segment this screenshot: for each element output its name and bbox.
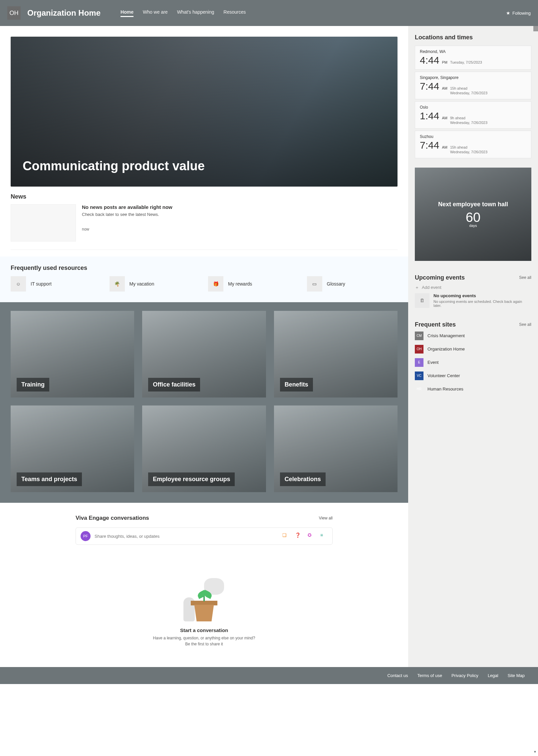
location-card-singapore[interactable]: Singapore, Singapore 7:44 AM 15h ahead W…	[415, 72, 531, 99]
tile-benefits[interactable]: Benefits	[274, 311, 398, 397]
viva-compose-box[interactable]: PF ❏ ❓ ✪ ≡	[76, 527, 333, 545]
site-badge: E	[415, 358, 423, 367]
resource-label: IT support	[31, 281, 52, 287]
tile-training[interactable]: Training	[11, 311, 134, 397]
tile-employee-resource-groups[interactable]: Employee resource groups	[142, 405, 266, 492]
tile-label: Employee resource groups	[148, 472, 235, 486]
location-ahead: 15h ahead	[450, 145, 467, 149]
townhall-title: Next employee town hall	[438, 201, 508, 208]
news-thumbnail-placeholder	[11, 204, 76, 242]
upcoming-see-all[interactable]: See all	[519, 275, 531, 280]
poll-icon[interactable]: ≡	[320, 532, 328, 540]
nav-whats-happening[interactable]: What's happening	[177, 9, 214, 17]
location-city: Redmond, WA	[420, 49, 526, 54]
townhall-count: 60	[466, 210, 481, 225]
location-ampm: AM	[442, 116, 447, 120]
site-crisis-management[interactable]: CM Crisis Management	[415, 332, 531, 340]
tile-label: Office facilities	[148, 378, 200, 391]
viva-compose-input[interactable]	[95, 534, 278, 539]
location-ahead: 15h ahead	[450, 86, 467, 90]
person-icon: ☺	[11, 276, 26, 292]
site-label: Volunteer Center	[427, 373, 460, 378]
location-ahead: 9h ahead	[450, 116, 465, 120]
site-label: Human Resources	[427, 386, 463, 391]
user-avatar: PF	[81, 531, 91, 541]
footer-privacy[interactable]: Privacy Policy	[451, 673, 478, 678]
nav-who-we-are[interactable]: Who we are	[143, 9, 168, 17]
resource-label: My vacation	[130, 281, 154, 287]
location-city: Singapore, Singapore	[420, 75, 526, 80]
praise-icon[interactable]: ✪	[308, 532, 315, 540]
viva-empty-sub2: Be the first to share it	[185, 642, 223, 646]
category-tiles-section: Training Office facilities Benefits Team…	[0, 302, 408, 503]
news-empty-title: No news posts are available right now	[82, 204, 172, 210]
site-human-resources[interactable]: HR Human Resources	[415, 385, 531, 393]
resource-it-support[interactable]: ☺ IT support	[11, 276, 102, 292]
townhall-countdown[interactable]: Next employee town hall 60 days	[415, 168, 531, 261]
upcoming-empty-sub: No upcoming events are scheduled. Check …	[433, 300, 523, 308]
tile-label: Teams and projects	[17, 472, 82, 486]
frequent-resources-section: Frequently used resources ☺ IT support 🌴…	[0, 257, 408, 302]
tile-teams-projects[interactable]: Teams and projects	[11, 405, 134, 492]
viva-engage-section: Viva Engage conversations View all PF ❏ …	[68, 515, 341, 647]
frequent-resources-heading: Frequently used resources	[11, 265, 398, 272]
main-column: Communicating product value News No news…	[0, 26, 408, 667]
question-icon[interactable]: ❓	[295, 532, 302, 540]
resource-glossary[interactable]: ▭ Glossary	[307, 276, 398, 292]
calendar-icon: 🗓	[415, 293, 429, 308]
palm-icon: 🌴	[110, 276, 125, 292]
location-date: Tuesday, 7/25/2023	[450, 60, 482, 65]
resource-my-vacation[interactable]: 🌴 My vacation	[110, 276, 200, 292]
site-organization-home[interactable]: OH Organization Home	[415, 345, 531, 354]
tile-label: Benefits	[280, 378, 313, 391]
resource-label: My rewards	[228, 281, 252, 287]
tile-celebrations[interactable]: Celebrations	[274, 405, 398, 492]
news-timestamp: now	[82, 227, 172, 232]
viva-empty-sub1: Have a learning, question, or anything e…	[153, 636, 255, 640]
site-badge: CM	[415, 332, 423, 340]
site-volunteer-center[interactable]: VC Volunteer Center	[415, 372, 531, 380]
add-event-label: Add event	[422, 285, 441, 290]
add-event-button[interactable]: ＋ Add event	[415, 285, 531, 291]
news-section: News No news posts are available right n…	[0, 187, 408, 257]
footer-sitemap[interactable]: Site Map	[508, 673, 525, 678]
site-label: Organization Home	[427, 347, 465, 352]
footer: Contact us Terms of use Privacy Policy L…	[0, 667, 538, 684]
star-icon: ★	[506, 10, 510, 16]
top-nav: Home Who we are What's happening Resourc…	[121, 9, 246, 17]
nav-resources[interactable]: Resources	[223, 9, 246, 17]
resource-label: Glossary	[327, 281, 345, 287]
location-card-suzhou[interactable]: Suzhou 7:44 AM 15h ahead Wednesday, 7/26…	[415, 131, 531, 158]
hero-title: Communicating product value	[23, 159, 205, 173]
upcoming-heading: Upcoming events	[415, 274, 465, 281]
news-empty-sub: Check back later to see the latest News.	[82, 212, 172, 217]
footer-terms[interactable]: Terms of use	[417, 673, 442, 678]
tile-label: Celebrations	[280, 472, 326, 486]
location-card-oslo[interactable]: Oslo 1:44 AM 9h ahead Wednesday, 7/26/20…	[415, 101, 531, 129]
viva-view-all[interactable]: View all	[319, 516, 333, 520]
viva-empty-title: Start a conversation	[76, 627, 333, 633]
following-button[interactable]: ★ Following	[506, 10, 531, 16]
site-badge: VC	[415, 372, 423, 380]
location-card-redmond[interactable]: Redmond, WA 4:44 PM Tuesday, 7/25/2023	[415, 46, 531, 70]
following-label: Following	[512, 11, 531, 16]
plant-illustration	[181, 578, 227, 621]
nav-home[interactable]: Home	[121, 9, 134, 17]
viva-empty-state: Start a conversation Have a learning, qu…	[76, 578, 333, 647]
frequent-sites-see-all[interactable]: See all	[519, 322, 531, 327]
resource-my-rewards[interactable]: 🎁 My rewards	[208, 276, 299, 292]
site-badge: OH	[415, 345, 423, 354]
hero-banner[interactable]: Communicating product value	[11, 37, 398, 187]
location-time: 7:44	[420, 140, 439, 151]
footer-contact[interactable]: Contact us	[387, 673, 408, 678]
footer-legal[interactable]: Legal	[488, 673, 498, 678]
site-label: Crisis Management	[427, 333, 465, 338]
upcoming-empty-title: No upcoming events	[433, 293, 523, 298]
location-city: Oslo	[420, 105, 526, 110]
top-bar: OH Organization Home Home Who we are Wha…	[0, 0, 538, 26]
site-event[interactable]: E Event	[415, 358, 531, 367]
location-date: Wednesday, 7/26/2023	[450, 150, 487, 154]
discussion-icon[interactable]: ❏	[282, 532, 290, 540]
compose-type-icons: ❏ ❓ ✪ ≡	[282, 532, 328, 540]
tile-office-facilities[interactable]: Office facilities	[142, 311, 266, 397]
